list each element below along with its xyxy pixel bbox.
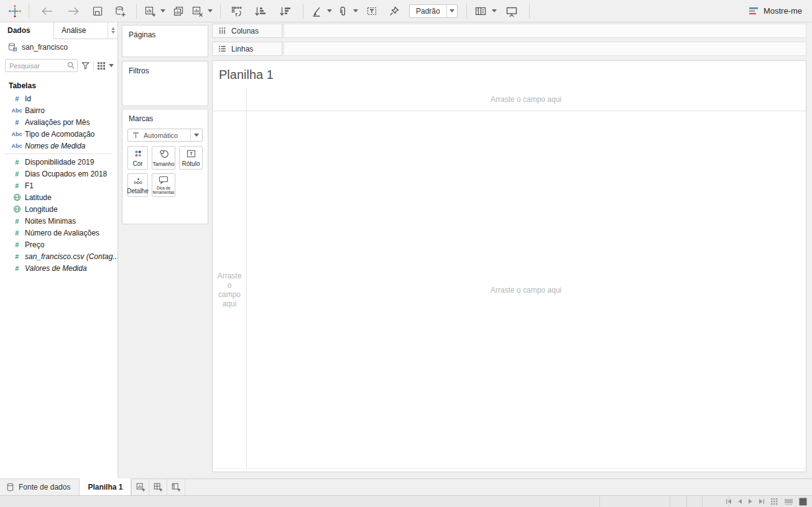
filters-card[interactable]: Filtros <box>122 61 208 106</box>
detail-button[interactable]: Detalhe <box>127 173 148 197</box>
text-icon: Abc <box>9 131 25 137</box>
tooltip-button[interactable]: Dica de ferramentas <box>152 173 175 197</box>
color-button[interactable]: Cor <box>127 146 148 170</box>
fit-selector[interactable]: Padrão <box>409 4 458 18</box>
rows-shelf: Linhas <box>212 42 806 56</box>
field-label: Tipo de Acomodação <box>25 130 95 139</box>
first-sheet-icon[interactable] <box>726 498 732 505</box>
previous-sheet-icon[interactable] <box>737 498 742 505</box>
data-source-tab[interactable]: Fonte de dados <box>0 479 79 495</box>
tab-data[interactable]: Dados <box>0 22 53 39</box>
fit-selector-caret[interactable] <box>446 5 457 17</box>
view-options-icon[interactable] <box>97 62 106 70</box>
data-source-item[interactable]: san_francisco <box>0 39 118 55</box>
field-item[interactable]: Latitude <box>0 191 118 203</box>
pane-collapse-handle[interactable] <box>108 22 118 39</box>
field-item[interactable]: #Preço <box>0 239 118 250</box>
show-me-button[interactable]: Mostre-me <box>749 6 806 16</box>
field-item[interactable]: AbcBairro <box>0 104 118 116</box>
tableau-logo-icon[interactable] <box>6 2 24 20</box>
columns-shelf-text: Colunas <box>231 27 259 35</box>
label-button[interactable]: Rótulo <box>179 146 203 170</box>
columns-shelf-drop-area[interactable] <box>284 24 806 38</box>
number-icon: # <box>9 95 25 103</box>
sort-descending-icon[interactable] <box>277 2 294 20</box>
group-members-icon[interactable] <box>334 2 351 20</box>
new-dashboard-tab-button[interactable] <box>149 479 167 495</box>
redo-icon[interactable] <box>64 2 83 20</box>
size-button[interactable]: Tamanho <box>152 146 175 170</box>
new-worksheet-icon <box>136 482 145 492</box>
field-item[interactable]: #Avaliações por Mês <box>0 116 118 128</box>
detail-button-label: Detalhe <box>127 188 148 194</box>
field-item[interactable]: Longitude <box>0 203 118 215</box>
cards-dropdown-caret[interactable] <box>492 9 497 12</box>
data-source-icon <box>7 42 17 52</box>
data-source-name: san_francisco <box>22 43 68 52</box>
show-me-icon <box>749 7 759 16</box>
rows-shelf-drop-area[interactable] <box>284 42 806 56</box>
save-icon[interactable] <box>90 2 106 20</box>
search-row <box>0 55 118 76</box>
fix-axes-icon[interactable] <box>386 2 402 20</box>
next-sheet-icon[interactable] <box>748 498 753 505</box>
color-icon <box>134 147 142 161</box>
field-item[interactable]: #Valores de Medida <box>0 262 118 274</box>
field-item[interactable]: #F1 <box>0 180 118 191</box>
toolbar-separator <box>303 4 303 19</box>
field-item[interactable]: AbcTipo de Acomodação <box>0 128 118 140</box>
status-separator <box>670 496 670 507</box>
filmstrip-view-icon[interactable] <box>784 498 793 506</box>
group-dropdown-caret[interactable] <box>353 9 358 12</box>
swap-rows-columns-icon[interactable] <box>228 2 246 20</box>
field-item[interactable]: #san_francisco.csv (Contag... <box>0 250 118 262</box>
clear-sheet-icon[interactable] <box>189 2 205 20</box>
size-button-label: Tamanho <box>153 161 175 167</box>
label-button-label: Rótulo <box>182 161 200 167</box>
label-icon <box>187 147 196 161</box>
view-options-caret[interactable] <box>109 64 114 67</box>
size-icon <box>159 147 169 161</box>
highlight-icon[interactable] <box>308 2 325 20</box>
field-item[interactable]: AbcNomes de Medida <box>0 140 118 152</box>
data-source-tab-label: Fonte de dados <box>19 483 70 491</box>
show-mark-labels-icon[interactable] <box>364 2 380 20</box>
show-tabs-view-icon[interactable] <box>770 498 778 506</box>
field-list: #IdAbcBairro#Avaliações por MêsAbcTipo d… <box>0 93 118 274</box>
triangle-up-icon <box>111 27 115 30</box>
show-hide-cards-icon[interactable] <box>472 2 489 20</box>
rows-drop-zone[interactable]: Arraste o campo aqui <box>213 111 246 468</box>
new-story-tab-button[interactable] <box>167 479 185 495</box>
sheet-view-icon[interactable] <box>799 498 807 506</box>
presentation-mode-icon[interactable] <box>503 2 520 20</box>
text-icon: Abc <box>9 143 25 149</box>
highlight-dropdown-caret[interactable] <box>327 9 332 12</box>
sort-ascending-icon[interactable] <box>252 2 269 20</box>
columns-drop-zone[interactable]: Arraste o campo aqui <box>246 89 806 109</box>
duplicate-sheet-icon[interactable] <box>170 2 187 20</box>
field-item[interactable]: #Dias Ocupados em 2018 <box>0 168 118 180</box>
field-item[interactable]: #Disponibilidade 2019 <box>0 156 118 168</box>
pages-card[interactable]: Páginas <box>122 25 208 57</box>
new-data-source-icon[interactable] <box>112 2 128 20</box>
body-drop-zone[interactable]: Arraste o campo aqui <box>246 111 806 468</box>
field-label: Longitude <box>25 205 58 214</box>
mark-type-caret[interactable] <box>190 129 202 141</box>
new-worksheet-tab-button[interactable] <box>131 479 149 495</box>
field-item[interactable]: #Id <box>0 93 118 104</box>
sheet-canvas: Planilha 1 Arraste o campo aqui Arraste … <box>212 60 806 472</box>
field-item[interactable]: #Noites Minimas <box>0 215 118 227</box>
view-mode-switcher <box>770 496 807 507</box>
sheet-title: Planilha 1 <box>219 68 274 82</box>
last-sheet-icon[interactable] <box>759 498 765 505</box>
clear-sheet-dropdown-caret[interactable] <box>208 9 213 12</box>
field-item[interactable]: #Número de Avaliações <box>0 227 118 239</box>
filter-fields-icon[interactable] <box>81 61 90 70</box>
sheet-tab-planilha1[interactable]: Planilha 1 <box>79 478 131 495</box>
new-worksheet-icon[interactable] <box>142 2 158 20</box>
tab-analytics[interactable]: Análise <box>53 22 108 39</box>
columns-shelf: Colunas <box>212 24 806 38</box>
new-worksheet-dropdown-caret[interactable] <box>160 9 165 12</box>
undo-icon[interactable] <box>38 2 57 20</box>
mark-type-dropdown[interactable]: Automático <box>127 129 203 142</box>
